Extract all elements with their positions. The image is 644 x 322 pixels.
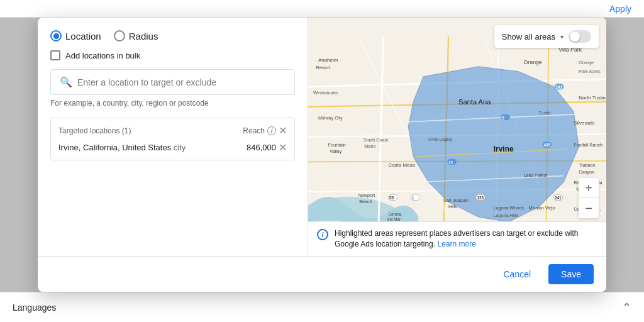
location-reach: 846,000 ✕	[247, 142, 287, 153]
location-modal: Location Radius Add locations in bulk 🔍	[38, 18, 606, 292]
svg-text:133: 133	[477, 196, 484, 200]
location-row: Irvine, California, United States city 8…	[58, 142, 287, 153]
svg-text:5: 5	[502, 116, 504, 120]
left-panel: Location Radius Add locations in bulk 🔍	[38, 18, 308, 256]
svg-text:North Tustin: North Tustin	[579, 95, 606, 101]
svg-text:Beach: Beach	[359, 199, 372, 204]
chevron-down-icon[interactable]: ▾	[560, 33, 564, 40]
svg-text:Anaheim: Anaheim	[318, 57, 338, 63]
svg-text:405: 405	[543, 143, 550, 147]
radio-radius[interactable]: Radius	[114, 30, 158, 42]
radio-radius-label: Radius	[129, 31, 158, 42]
modal-footer: Cancel Save	[38, 256, 606, 292]
save-button[interactable]: Save	[548, 264, 594, 284]
svg-text:241: 241	[555, 196, 562, 200]
svg-text:Fountain: Fountain	[328, 143, 346, 148]
location-name-text: Irvine, California, United States	[58, 143, 171, 152]
svg-text:Resort: Resort	[316, 65, 331, 70]
radio-location[interactable]: Location	[50, 30, 101, 42]
svg-text:Westminster: Westminster	[313, 91, 338, 96]
modal-body: Location Radius Add locations in bulk 🔍	[38, 18, 606, 256]
toggle-knob	[570, 31, 580, 42]
info-circle-icon: i	[317, 229, 328, 240]
toggle-label: Show all areas	[502, 32, 555, 42]
map-svg: Villa Park Orange Park Acres Anaheim Res…	[308, 18, 606, 256]
bulk-checkbox-label: Add locations in bulk	[65, 51, 140, 60]
radio-group: Location Radius	[50, 30, 295, 42]
page-background: Apply Languages ⌃ Location Radius	[0, 0, 644, 322]
languages-label: Languages	[13, 303, 56, 313]
svg-text:Trabuco: Trabuco	[579, 163, 595, 168]
remove-all-button[interactable]: ✕	[279, 125, 287, 136]
toggle-switch[interactable]	[569, 30, 591, 43]
svg-text:Foothill Ranch: Foothill Ranch	[574, 143, 602, 148]
map-info-bar: i Highlighted areas represent places adv…	[308, 221, 606, 256]
svg-text:Orange: Orange	[579, 60, 594, 65]
search-input[interactable]	[77, 77, 286, 87]
radio-location-circle	[50, 30, 62, 42]
cancel-button[interactable]: Cancel	[493, 264, 541, 284]
bulk-checkbox[interactable]	[50, 50, 60, 60]
svg-text:Newport: Newport	[358, 193, 375, 198]
svg-text:Midway City: Midway City	[318, 116, 343, 121]
svg-text:San Joaquin: San Joaquin	[443, 198, 469, 203]
chevron-up-icon: ⌃	[622, 301, 631, 314]
radio-location-label: Location	[65, 31, 101, 42]
radio-radius-circle	[114, 30, 125, 42]
map-background: Villa Park Orange Park Acres Anaheim Res…	[308, 18, 606, 256]
targeted-section: Targeted locations (1) Reach i ✕ Irvine,…	[50, 118, 295, 160]
targeted-title: Targeted locations (1)	[58, 126, 131, 135]
svg-text:Tustin: Tustin	[538, 111, 550, 116]
show-all-areas-bar: Show all areas ▾	[494, 25, 599, 48]
svg-text:Corona: Corona	[388, 212, 401, 216]
svg-text:Canyon: Canyon	[579, 170, 594, 175]
svg-text:55: 55	[389, 196, 394, 200]
svg-text:Santa Ana: Santa Ana	[458, 98, 491, 106]
svg-text:Laguna Hills: Laguna Hills	[494, 213, 519, 218]
svg-text:Lake Forest: Lake Forest	[524, 173, 548, 178]
reach-value: 846,000	[247, 143, 276, 152]
apply-button[interactable]: Apply	[609, 4, 631, 14]
reach-label: Reach	[243, 126, 265, 135]
remove-location-button[interactable]: ✕	[279, 142, 287, 153]
bottom-bar: Languages ⌃	[0, 292, 644, 322]
svg-text:Mission Viejo: Mission Viejo	[529, 206, 555, 211]
svg-text:73: 73	[448, 160, 453, 165]
svg-text:Metro: Metro	[364, 144, 375, 149]
location-type: city	[174, 143, 186, 152]
zoom-in-button[interactable]: +	[579, 178, 599, 198]
svg-text:del Mar: del Mar	[387, 217, 401, 221]
info-text: Highlighted areas represent places adver…	[335, 228, 597, 250]
targeted-header: Targeted locations (1) Reach i ✕	[58, 125, 287, 136]
svg-text:241: 241	[556, 85, 563, 89]
svg-text:Orange: Orange	[524, 59, 542, 65]
svg-text:Valley: Valley	[330, 149, 341, 154]
search-icon: 🔍	[60, 76, 72, 88]
reach-info-icon[interactable]: i	[267, 126, 276, 135]
zoom-out-button[interactable]: −	[579, 198, 599, 218]
targeted-reach-header: Reach i ✕	[243, 125, 287, 136]
svg-text:South Coast: South Coast	[364, 138, 388, 143]
learn-more-link[interactable]: Learn more	[437, 240, 475, 248]
svg-text:Silverado: Silverado	[574, 120, 595, 126]
location-name: Irvine, California, United States city	[58, 143, 186, 152]
svg-text:Irvine: Irvine	[494, 145, 514, 153]
search-hint: For example, a country, city, region or …	[50, 99, 295, 108]
svg-text:1: 1	[412, 196, 414, 200]
bulk-checkbox-row[interactable]: Add locations in bulk	[50, 50, 295, 60]
svg-text:Hills: Hills	[448, 204, 457, 209]
map-panel: Villa Park Orange Park Acres Anaheim Res…	[308, 18, 606, 256]
svg-text:Park Acres: Park Acres	[579, 69, 601, 74]
search-input-wrapper[interactable]: 🔍	[50, 69, 295, 95]
svg-text:Costa Mesa: Costa Mesa	[388, 162, 415, 168]
svg-text:Laguna Woods: Laguna Woods	[494, 206, 524, 211]
top-bar: Apply	[0, 0, 644, 18]
zoom-controls: + −	[579, 178, 599, 218]
svg-text:Irvine Legacy: Irvine Legacy	[428, 137, 453, 142]
